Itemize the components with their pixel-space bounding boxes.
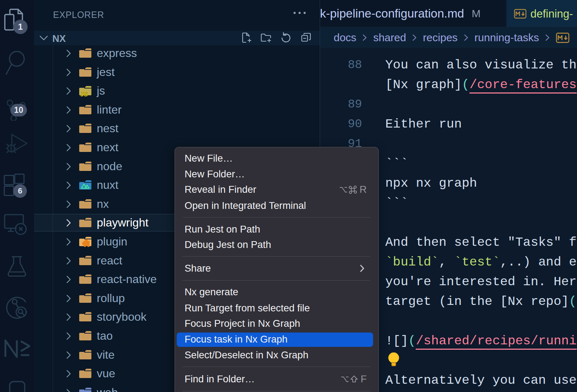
svg-text:JS: JS (80, 91, 88, 97)
